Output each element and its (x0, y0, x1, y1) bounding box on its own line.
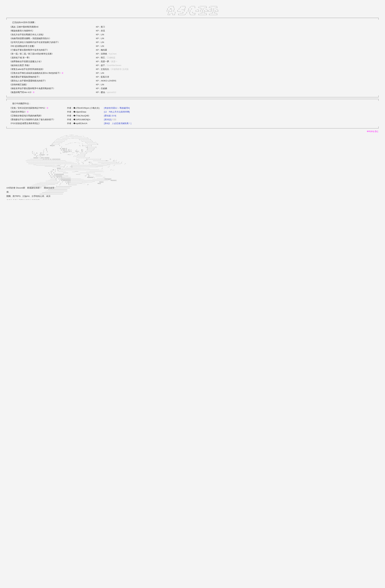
work-title[interactable]: 《德齊魯歐似乎想要支援魔法少女》 (9, 60, 43, 63)
kp-name: KP：醬油 (96, 91, 105, 93)
author-name: 作者：◆r7VaLNsuQ4Ei (67, 114, 104, 117)
kp-name: KP：LIN (96, 37, 104, 40)
work-title[interactable]: 《亡蝶似乎要在聖杯戰爭中追求光的樣子》 (9, 49, 49, 51)
work-title[interactable]: 《錫洺哈拉風雲 序曲》 (9, 64, 31, 66)
work-title[interactable]: 《我的安科學院r》 (9, 111, 27, 113)
kp-name: KP：虛子 (96, 64, 105, 66)
translation-work-row: 《我的安科學院r》※作者：◆c4jamEIeac[12 P的上升方法真簡單啊] (8, 110, 377, 113)
completed-work-row: 《第一屆／第二屆／第三屆AA同好棒球交流賽》KP：深潛者／KyChen (8, 52, 377, 55)
kp-alt: ／王者帕茲 (105, 56, 115, 59)
kp-alt: ／GodAfterSeven (105, 64, 121, 66)
r18-mark: ※ (27, 111, 29, 113)
completed-work-row: 《亡蝶似乎要在聖杯戰爭中追求光的樣子》KP：梅特羅 (8, 49, 377, 51)
work-title[interactable]: 《愛德蒙似乎在大海賊時代成為了復仇者的樣子》 (9, 118, 55, 121)
chapter-link[interactable]: [第4話 人必定會消滅怪異！] (104, 122, 131, 125)
kp-name: KP：梅特羅 (96, 49, 107, 51)
work-title[interactable]: 《泉此方似乎想在戰國日本出人頭地》 (9, 33, 45, 36)
work-title[interactable]: 《御坂美琴似乎要在聖杯戰爭中為愛而戰的樣子》 (9, 87, 55, 90)
kp-name: KP：LIN (96, 33, 104, 36)
work-title[interactable]: 《FGO原創從者歷史傳承再現記》 (9, 122, 41, 125)
completed-work-row: 《無盡的戰鬥塔Ver 4.0》※KP：醬油／qazoo012 (8, 91, 377, 94)
work-title[interactable]: 《怠惰杯國王遊戲》 (9, 83, 28, 86)
translation-works-box: 進行中的翻譯作品： 《安價／安科決定的克蘇魯神話TRPG》※作者：◆uTi5mK… (6, 99, 379, 128)
work-title[interactable]: 《異說. 亞種中聖杯戰爭異聞Ⅰ/Ⅱ》 (9, 26, 40, 28)
kp-alt: ／KyChen (107, 53, 116, 55)
chapter-note: 初翻 (112, 118, 116, 121)
completed-work-row: 《病嬌們的戀愛頭腦戰 – 我想讓她對我告白》KP：LIN (8, 37, 377, 40)
ascii-art: _,. --──-- .._ _.-'´:::::::::::::::::::`… (26, 134, 379, 195)
chapter-link[interactable]: [第35話] (104, 118, 112, 121)
kp-alt: ／黃梁一 (109, 60, 117, 63)
kp-name: KP：AKIKO LOVERS (96, 80, 116, 82)
r18-note: ※R18を含む (6, 130, 379, 133)
kp-name: KP：LIN (96, 45, 104, 47)
completed-work-row: 《羅莉仙人似乎要來靈靈島觀光的樣子》KP：AKIKO LOVERS (8, 79, 377, 82)
completed-work-row: 《錫洺哈拉風雲 序曲》KP：虛子／GodAfterSeven (8, 64, 377, 67)
work-title[interactable]: 《螺旋劍豪與大海賊時代》 (9, 29, 34, 32)
kp-name: KP：LIN (96, 41, 104, 43)
translation-work-row: 《安價／安科決定的克蘇魯神話TRPG》※作者：◆uTi5mKIV6rpm (小梅… (8, 106, 377, 109)
work-title[interactable]: 《羅莉仙人似乎要來靈靈島觀光的樣子》 (9, 80, 47, 82)
kp-name: KP：藍風天澄 (96, 76, 109, 78)
kp-name: KP：LIN (96, 72, 104, 74)
completed-work-row: 《RE:從頭開始的零之使魔》KP：LIN (8, 45, 377, 48)
work-title[interactable]: 《安價／安科決定的克蘇魯神話TRPG》 (9, 107, 46, 109)
completed-work-row: 《異說. 亞種中聖杯戰爭異聞Ⅰ/Ⅱ》KP：剪刀 (8, 25, 377, 28)
author-name: 作者：◆uTi5mKIV6rpm (小梅太夫) (67, 106, 104, 109)
completed-work-row: 《怠惰杯國王遊戲》KP：LIN (8, 83, 377, 86)
work-title[interactable]: 《亞魯歐好像是地方馬娘的練馬師》 (9, 114, 43, 117)
completed-work-row: 《御坂美琴似乎要在聖杯戰爭中為愛而戰的樣子》KP：石破鋼 (8, 87, 377, 90)
work-title[interactable]: 《彭哥列兄弟在大海賊時代似乎在當冒險家(?)的樣子》 (9, 41, 60, 43)
completed-work-row: 《彭哥列兄弟在大海賊時代似乎在當冒險家(?)的樣子》KP：LIN (8, 41, 377, 44)
kp-name: KP：深潛者 (96, 53, 107, 55)
ascii-title: ____ ____ ____ _______ _______ / \ / | /… (6, 5, 379, 15)
kp-name: KP：赤流 (96, 29, 105, 32)
kp-name: KP：剪刀 (96, 26, 105, 28)
translation-work-row: 《愛德蒙似乎在大海賊時代成為了復仇者的樣子》作者：◆2sRGUbBO9j2n[第… (8, 118, 377, 121)
kp-name: KP：高梁一夢 (96, 60, 109, 63)
translation-work-row: 《亞魯歐好像是地方馬娘的練馬師》作者：◆r7VaLNsuQ4Ei[愛知篇 15-… (8, 114, 377, 117)
work-title[interactable]: 《第一屆／第二屆／第三屆AA同好棒球交流賽》 (9, 53, 54, 55)
translation-work-row: 《FGO原創從者歷史傳承再現記》作者：◆xqs6E2kxUA[第4話 人必定會消… (8, 122, 377, 125)
completed-work-row: 《梅普露似乎要蒐集寶物的樣子》KP：藍風天澄 (8, 76, 377, 78)
work-title[interactable]: 《病嬌們的戀愛頭腦戰 – 我想讓她對我告白》 (9, 37, 51, 40)
discord-line3: 各種生吞劇本和難以名狀的投骰姿勢 (6, 198, 55, 200)
r18-mark: ※ (61, 72, 64, 74)
completed-works-box: 已完結的AA安科/安價團： 《異說. 亞種中聖杯戰爭異聞Ⅰ/Ⅱ》KP：剪刀《螺旋… (6, 18, 379, 97)
work-title[interactable]: 《凜與地下城 第一季》 (9, 56, 31, 59)
r18-mark: ※ (46, 107, 48, 109)
author-name: 作者：◆2sRGUbBO9j2n (67, 118, 104, 121)
completed-work-row: 《谭复生alter似乎在异世界拯救祖国》KP：文茄先生／天地明絶寺:文武茄 (8, 68, 377, 71)
section2-title: 進行中的翻譯作品： (12, 102, 377, 105)
completed-work-row: 《螺旋劍豪與大海賊時代》KP：赤流 (8, 29, 377, 32)
completed-work-row: 《德齊魯歐似乎想要支援魔法少女》KP：高梁一夢／黃梁一 (8, 60, 377, 63)
kp-name: KP：LIN (96, 83, 104, 86)
work-title[interactable]: 《RE:從頭開始的零之使魔》 (9, 45, 36, 47)
completed-work-row: 《亞魯夫似乎轉生成為黃油遊戲的反派DLC角色的樣子》※KP：LIN (8, 72, 377, 75)
section1-title: 已完結的AA安科/安價團： (12, 21, 377, 24)
discord-info: AA同好會 Discord群 歡迎諸位加群！ 開放在線安價、 開團、跑TRPG、… (6, 186, 55, 200)
author-name: 作者：◆xqs6E2kxUA (67, 122, 104, 125)
discord-line2: 開團、跑TRPG、討論AA、分享咕咕心得、表演 (6, 194, 55, 198)
kp-alt: ／qazoo012 (105, 91, 116, 93)
chapter-link[interactable]: [12 P的上升方法真簡單啊] (104, 111, 130, 113)
kp-alt: ／天地明絶寺:文武茄 (109, 68, 129, 70)
discord-line1: AA同好會 Discord群 歡迎諸位加群！ 開放在線安價、 (6, 186, 55, 194)
work-title[interactable]: 《無盡的戰鬥塔Ver 4.0》 (9, 91, 33, 93)
kp-name: KP：石破鋼 (96, 87, 107, 90)
r18-mark: ※ (33, 91, 35, 93)
completed-work-row: 《凜與地下城 第一季》KP：萌王／王者帕茲 (8, 56, 377, 59)
work-title[interactable]: 《梅普露似乎要蒐集寶物的樣子》 (9, 76, 41, 78)
author-name: 作者：◆c4jamEIeac (67, 110, 104, 113)
kp-name: KP：文茄先生 (96, 68, 109, 70)
chapter-link[interactable]: [奇妙的共闘12 – 戰後處理4] (104, 107, 130, 109)
chapter-link[interactable]: [愛知篇 15-9] (104, 114, 116, 117)
work-title[interactable]: 《亞魯夫似乎轉生成為黃油遊戲的反派DLC角色的樣子》 (9, 72, 61, 74)
completed-work-row: 《泉此方似乎想在戰國日本出人頭地》KP：LIN (8, 33, 377, 36)
work-title[interactable]: 《谭复生alter似乎在异世界拯救祖国》 (9, 68, 45, 70)
kp-name: KP：萌王 (96, 56, 105, 59)
